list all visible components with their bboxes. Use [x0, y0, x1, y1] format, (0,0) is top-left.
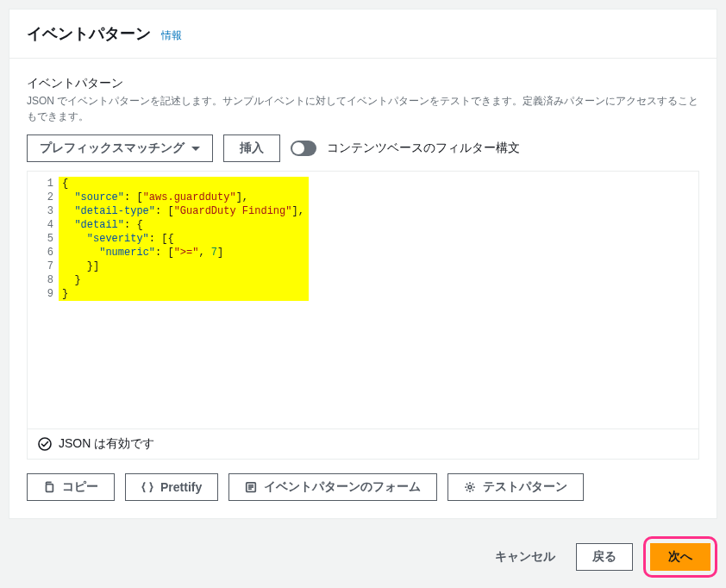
check-circle-icon	[38, 437, 52, 451]
chevron-down-icon	[191, 147, 200, 151]
panel-header: イベントパターン 情報	[9, 9, 717, 47]
wizard-footer: キャンセル 戻る 次へ	[0, 519, 726, 588]
svg-point-0	[39, 438, 51, 450]
dropdown-label: プレフィックスマッチング	[40, 141, 185, 156]
svg-point-6	[468, 485, 472, 489]
back-button[interactable]: 戻る	[576, 543, 633, 571]
field-description: JSON でイベントパターンを記述します。サンプルイベントに対してイベントパター…	[27, 93, 699, 124]
cancel-button[interactable]: キャンセル	[485, 544, 566, 570]
panel-body: イベントパターン JSON でイベントパターンを記述します。サンプルイベントに対…	[9, 58, 717, 518]
controls-row: プレフィックスマッチング 挿入 コンテンツベースのフィルター構文	[27, 134, 699, 162]
braces-icon	[141, 481, 153, 493]
next-button[interactable]: 次へ	[650, 543, 710, 571]
field-label: イベントパターン	[27, 76, 699, 91]
line-gutter: 123456789	[28, 172, 59, 428]
svg-rect-1	[47, 485, 53, 492]
info-link[interactable]: 情報	[161, 29, 182, 41]
copy-button[interactable]: コピー	[27, 473, 115, 501]
event-pattern-panel: イベントパターン 情報 イベントパターン JSON でイベントパターンを記述しま…	[9, 9, 717, 519]
panel-title: イベントパターン	[27, 25, 151, 42]
test-pattern-button[interactable]: テストパターン	[447, 473, 584, 501]
status-text: JSON は有効です	[59, 436, 154, 452]
json-editor[interactable]: 123456789 { "source": ["aws.guardduty"],…	[27, 171, 699, 429]
json-status-bar: JSON は有効です	[27, 428, 699, 460]
form-icon	[245, 481, 257, 493]
gear-icon	[464, 481, 476, 493]
insert-button[interactable]: 挿入	[223, 134, 280, 162]
toggle-label: コンテンツベースのフィルター構文	[327, 141, 520, 156]
prefix-matching-dropdown[interactable]: プレフィックスマッチング	[27, 134, 213, 162]
prettify-button[interactable]: Prettify	[125, 473, 218, 501]
editor-actions: コピー Prettify イベントパターンのフォーム	[27, 473, 699, 501]
pattern-form-button[interactable]: イベントパターンのフォーム	[228, 473, 437, 501]
content-filter-toggle[interactable]	[291, 141, 316, 156]
copy-icon	[43, 481, 55, 493]
code-lines: { "source": ["aws.guardduty"], "detail-t…	[62, 177, 698, 301]
code-area[interactable]: { "source": ["aws.guardduty"], "detail-t…	[59, 172, 698, 428]
next-button-highlight: 次へ	[643, 536, 717, 578]
